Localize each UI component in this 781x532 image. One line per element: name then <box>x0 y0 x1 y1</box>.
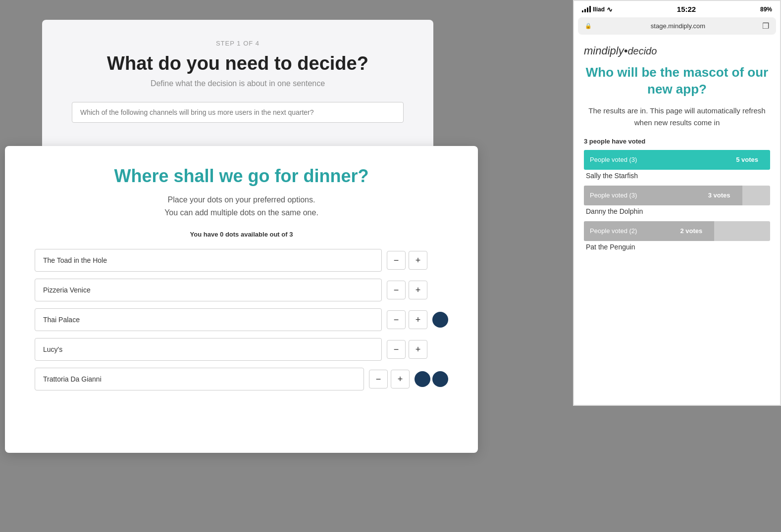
vote-desc: Place your dots on your preferred option… <box>35 193 448 219</box>
result-bar-label-2: People voted (3) <box>590 192 637 199</box>
increment-btn-2[interactable]: + <box>409 281 427 299</box>
dots-info: You have 0 dots available out of 3 <box>35 231 448 238</box>
step-heading: What do you need to decide? <box>107 53 368 74</box>
brand-suffix: decido <box>627 46 657 56</box>
decrement-btn-2[interactable]: − <box>387 281 406 299</box>
increment-btn-5[interactable]: + <box>391 370 410 388</box>
step-subtitle: Define what the decision is about in one… <box>151 79 325 88</box>
dot-indicator-5b <box>432 371 448 387</box>
phone-content: mindiply•decido Who will be the mascot o… <box>574 37 780 405</box>
decrement-btn-5[interactable]: − <box>369 370 388 388</box>
browser-bar[interactable]: 🔒 stage.mindiply.com ❐ <box>578 17 776 35</box>
result-bar-label-1: People voted (3) <box>590 156 637 163</box>
result-bar-1: People voted (3) 5 votes <box>584 150 770 170</box>
option-input-2[interactable] <box>35 279 382 301</box>
result-item-2: People voted (3) 3 votes Danny the Dolph… <box>584 186 770 215</box>
result-item-3: People voted (2) 2 votes Pat the Penguin <box>584 221 770 251</box>
voted-count-label: 3 people have voted <box>584 138 770 145</box>
carrier-signal: Iliad ∿ <box>582 5 613 13</box>
share-icon[interactable]: ❐ <box>762 21 769 31</box>
vote-row-1: − + <box>35 249 448 272</box>
result-name-3: Pat the Penguin <box>584 243 770 251</box>
increment-btn-3[interactable]: + <box>409 310 427 329</box>
dot-indicator-3a <box>432 312 448 328</box>
result-votes-1: 5 votes <box>736 156 764 163</box>
decrement-btn-1[interactable]: − <box>387 251 406 270</box>
result-bar-3: People voted (2) 2 votes <box>584 221 714 241</box>
vote-heading: Where shall we go for dinner? <box>35 166 448 187</box>
result-bar-wrap-1: People voted (3) 5 votes <box>584 150 770 170</box>
option-input-4[interactable] <box>35 338 382 361</box>
vote-row-4: − + <box>35 338 448 361</box>
decision-input[interactable] <box>72 102 404 123</box>
mobile-question: Who will be the mascot of our new app? <box>584 64 770 98</box>
vote-row-5: − + <box>35 368 448 390</box>
result-name-1: Sally the Starfish <box>584 172 770 180</box>
vote-panel: Where shall we go for dinner? Place your… <box>5 146 478 453</box>
result-votes-2: 3 votes <box>708 192 736 199</box>
brand-main: mindiply <box>584 45 624 57</box>
decrement-btn-3[interactable]: − <box>387 310 406 329</box>
carrier-name: Iliad <box>593 6 605 13</box>
option-input-5[interactable] <box>35 368 364 390</box>
result-bar-label-3: People voted (2) <box>590 227 637 235</box>
step-label: STEP 1 OF 4 <box>216 40 260 47</box>
result-bar-wrap-3: People voted (2) 2 votes <box>584 221 770 241</box>
mobile-description: The results are in. This page will autom… <box>584 105 770 129</box>
result-item-1: People voted (3) 5 votes Sally the Starf… <box>584 150 770 180</box>
vote-row-3: − + <box>35 308 448 331</box>
dot-indicator-5a <box>415 371 430 387</box>
mobile-panel: Iliad ∿ 15:22 89% 🔒 stage.mindiply.com ❐… <box>573 0 781 406</box>
increment-btn-1[interactable]: + <box>409 251 427 270</box>
wifi-icon: ∿ <box>607 5 613 13</box>
signal-bars-icon <box>582 6 591 12</box>
option-input-1[interactable] <box>35 249 382 272</box>
increment-btn-4[interactable]: + <box>409 340 427 359</box>
result-bar-wrap-2: People voted (3) 3 votes <box>584 186 770 205</box>
status-bar: Iliad ∿ 15:22 89% <box>574 1 780 15</box>
brand-logo: mindiply•decido <box>584 45 770 57</box>
vote-row-2: − + <box>35 279 448 301</box>
url-text: stage.mindiply.com <box>651 22 705 30</box>
time-display: 15:22 <box>677 5 696 13</box>
result-votes-3: 2 votes <box>680 227 708 235</box>
result-name-2: Danny the Dolphin <box>584 207 770 215</box>
result-bar-2: People voted (3) 3 votes <box>584 186 742 205</box>
battery-status: 89% <box>760 6 772 13</box>
decrement-btn-4[interactable]: − <box>387 340 406 359</box>
lock-icon: 🔒 <box>585 23 592 29</box>
option-input-3[interactable] <box>35 308 382 331</box>
